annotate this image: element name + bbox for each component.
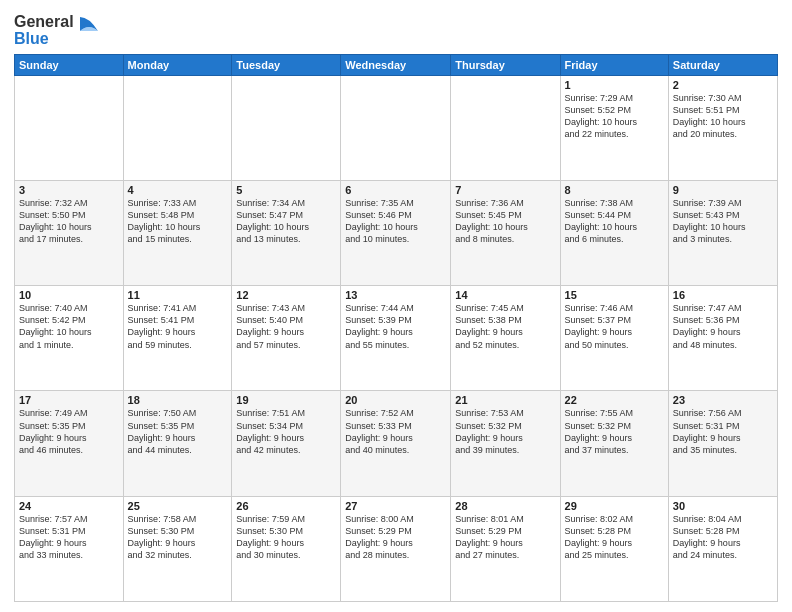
day-number: 3 [19, 184, 119, 196]
day-number: 5 [236, 184, 336, 196]
calendar-cell: 25Sunrise: 7:58 AM Sunset: 5:30 PM Dayli… [123, 496, 232, 601]
day-info: Sunrise: 7:29 AM Sunset: 5:52 PM Dayligh… [565, 92, 664, 141]
calendar-cell [451, 75, 560, 180]
logo-flag-icon [76, 15, 102, 47]
day-info: Sunrise: 7:46 AM Sunset: 5:37 PM Dayligh… [565, 302, 664, 351]
logo-blue-word: Blue [14, 31, 74, 48]
calendar-cell [15, 75, 124, 180]
calendar-cell: 6Sunrise: 7:35 AM Sunset: 5:46 PM Daylig… [341, 180, 451, 285]
calendar-week-1: 1Sunrise: 7:29 AM Sunset: 5:52 PM Daylig… [15, 75, 778, 180]
day-info: Sunrise: 7:38 AM Sunset: 5:44 PM Dayligh… [565, 197, 664, 246]
day-number: 24 [19, 500, 119, 512]
day-number: 26 [236, 500, 336, 512]
day-info: Sunrise: 7:47 AM Sunset: 5:36 PM Dayligh… [673, 302, 773, 351]
logo-wordmark: General Blue [14, 14, 102, 48]
calendar-header-row: SundayMondayTuesdayWednesdayThursdayFrid… [15, 54, 778, 75]
day-number: 2 [673, 79, 773, 91]
day-number: 14 [455, 289, 555, 301]
day-number: 1 [565, 79, 664, 91]
calendar-cell [341, 75, 451, 180]
day-number: 16 [673, 289, 773, 301]
day-number: 23 [673, 394, 773, 406]
day-info: Sunrise: 7:40 AM Sunset: 5:42 PM Dayligh… [19, 302, 119, 351]
calendar-cell: 9Sunrise: 7:39 AM Sunset: 5:43 PM Daylig… [668, 180, 777, 285]
day-info: Sunrise: 7:53 AM Sunset: 5:32 PM Dayligh… [455, 407, 555, 456]
calendar-cell: 18Sunrise: 7:50 AM Sunset: 5:35 PM Dayli… [123, 391, 232, 496]
day-info: Sunrise: 7:50 AM Sunset: 5:35 PM Dayligh… [128, 407, 228, 456]
calendar-week-5: 24Sunrise: 7:57 AM Sunset: 5:31 PM Dayli… [15, 496, 778, 601]
day-number: 19 [236, 394, 336, 406]
day-info: Sunrise: 7:56 AM Sunset: 5:31 PM Dayligh… [673, 407, 773, 456]
day-number: 30 [673, 500, 773, 512]
day-info: Sunrise: 7:35 AM Sunset: 5:46 PM Dayligh… [345, 197, 446, 246]
day-number: 15 [565, 289, 664, 301]
day-number: 12 [236, 289, 336, 301]
calendar-cell: 11Sunrise: 7:41 AM Sunset: 5:41 PM Dayli… [123, 286, 232, 391]
calendar-cell: 3Sunrise: 7:32 AM Sunset: 5:50 PM Daylig… [15, 180, 124, 285]
calendar-cell: 21Sunrise: 7:53 AM Sunset: 5:32 PM Dayli… [451, 391, 560, 496]
page: General Blue SundayMondayTuesdayWednesda… [0, 0, 792, 612]
calendar-cell: 1Sunrise: 7:29 AM Sunset: 5:52 PM Daylig… [560, 75, 668, 180]
day-info: Sunrise: 7:36 AM Sunset: 5:45 PM Dayligh… [455, 197, 555, 246]
day-info: Sunrise: 7:49 AM Sunset: 5:35 PM Dayligh… [19, 407, 119, 456]
calendar-week-3: 10Sunrise: 7:40 AM Sunset: 5:42 PM Dayli… [15, 286, 778, 391]
day-number: 7 [455, 184, 555, 196]
calendar-cell: 10Sunrise: 7:40 AM Sunset: 5:42 PM Dayli… [15, 286, 124, 391]
day-number: 17 [19, 394, 119, 406]
day-info: Sunrise: 7:30 AM Sunset: 5:51 PM Dayligh… [673, 92, 773, 141]
calendar-cell: 17Sunrise: 7:49 AM Sunset: 5:35 PM Dayli… [15, 391, 124, 496]
day-info: Sunrise: 7:57 AM Sunset: 5:31 PM Dayligh… [19, 513, 119, 562]
calendar-cell: 23Sunrise: 7:56 AM Sunset: 5:31 PM Dayli… [668, 391, 777, 496]
day-number: 13 [345, 289, 446, 301]
day-info: Sunrise: 7:59 AM Sunset: 5:30 PM Dayligh… [236, 513, 336, 562]
day-info: Sunrise: 7:44 AM Sunset: 5:39 PM Dayligh… [345, 302, 446, 351]
day-info: Sunrise: 7:43 AM Sunset: 5:40 PM Dayligh… [236, 302, 336, 351]
calendar-cell: 12Sunrise: 7:43 AM Sunset: 5:40 PM Dayli… [232, 286, 341, 391]
logo: General Blue [14, 14, 102, 48]
calendar-cell: 20Sunrise: 7:52 AM Sunset: 5:33 PM Dayli… [341, 391, 451, 496]
calendar-cell: 30Sunrise: 8:04 AM Sunset: 5:28 PM Dayli… [668, 496, 777, 601]
col-header-saturday: Saturday [668, 54, 777, 75]
day-info: Sunrise: 7:32 AM Sunset: 5:50 PM Dayligh… [19, 197, 119, 246]
day-number: 18 [128, 394, 228, 406]
calendar-cell [232, 75, 341, 180]
day-info: Sunrise: 7:58 AM Sunset: 5:30 PM Dayligh… [128, 513, 228, 562]
day-info: Sunrise: 7:33 AM Sunset: 5:48 PM Dayligh… [128, 197, 228, 246]
day-number: 29 [565, 500, 664, 512]
calendar-cell: 5Sunrise: 7:34 AM Sunset: 5:47 PM Daylig… [232, 180, 341, 285]
day-info: Sunrise: 8:01 AM Sunset: 5:29 PM Dayligh… [455, 513, 555, 562]
calendar-table: SundayMondayTuesdayWednesdayThursdayFrid… [14, 54, 778, 602]
calendar-cell [123, 75, 232, 180]
day-info: Sunrise: 8:04 AM Sunset: 5:28 PM Dayligh… [673, 513, 773, 562]
day-info: Sunrise: 8:02 AM Sunset: 5:28 PM Dayligh… [565, 513, 664, 562]
col-header-friday: Friday [560, 54, 668, 75]
day-number: 20 [345, 394, 446, 406]
day-number: 8 [565, 184, 664, 196]
col-header-tuesday: Tuesday [232, 54, 341, 75]
col-header-sunday: Sunday [15, 54, 124, 75]
header: General Blue [14, 10, 778, 48]
day-number: 21 [455, 394, 555, 406]
calendar-cell: 28Sunrise: 8:01 AM Sunset: 5:29 PM Dayli… [451, 496, 560, 601]
day-number: 10 [19, 289, 119, 301]
day-info: Sunrise: 7:45 AM Sunset: 5:38 PM Dayligh… [455, 302, 555, 351]
day-number: 27 [345, 500, 446, 512]
day-number: 28 [455, 500, 555, 512]
day-number: 22 [565, 394, 664, 406]
col-header-thursday: Thursday [451, 54, 560, 75]
day-number: 6 [345, 184, 446, 196]
calendar-cell: 4Sunrise: 7:33 AM Sunset: 5:48 PM Daylig… [123, 180, 232, 285]
col-header-wednesday: Wednesday [341, 54, 451, 75]
day-info: Sunrise: 8:00 AM Sunset: 5:29 PM Dayligh… [345, 513, 446, 562]
calendar-cell: 8Sunrise: 7:38 AM Sunset: 5:44 PM Daylig… [560, 180, 668, 285]
day-number: 25 [128, 500, 228, 512]
day-number: 4 [128, 184, 228, 196]
calendar-cell: 19Sunrise: 7:51 AM Sunset: 5:34 PM Dayli… [232, 391, 341, 496]
calendar-cell: 22Sunrise: 7:55 AM Sunset: 5:32 PM Dayli… [560, 391, 668, 496]
calendar-cell: 24Sunrise: 7:57 AM Sunset: 5:31 PM Dayli… [15, 496, 124, 601]
calendar-week-4: 17Sunrise: 7:49 AM Sunset: 5:35 PM Dayli… [15, 391, 778, 496]
day-info: Sunrise: 7:34 AM Sunset: 5:47 PM Dayligh… [236, 197, 336, 246]
logo-general: General [14, 14, 74, 31]
day-number: 9 [673, 184, 773, 196]
day-info: Sunrise: 7:41 AM Sunset: 5:41 PM Dayligh… [128, 302, 228, 351]
